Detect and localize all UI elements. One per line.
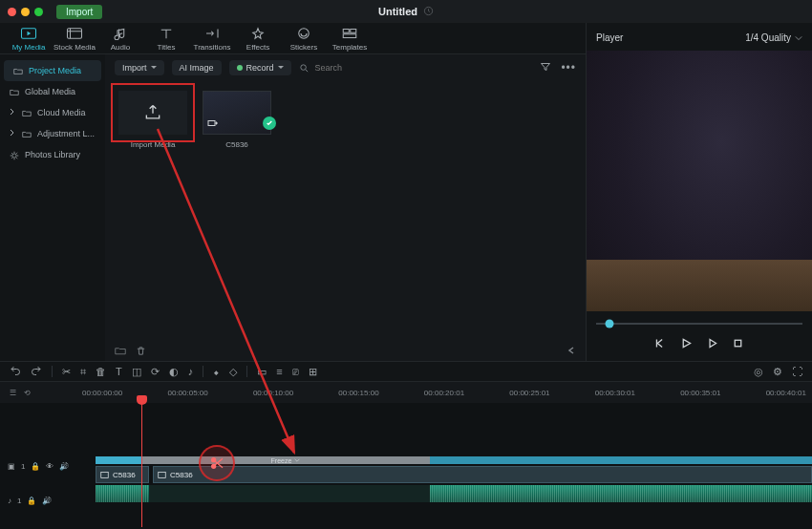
record-dropdown[interactable]: Record (229, 60, 291, 75)
audio-wave-segment[interactable] (430, 485, 812, 502)
split-annotation-icon (199, 445, 235, 481)
track-tool[interactable]: ≡ (276, 366, 282, 377)
sidebar-item-cloud-media[interactable]: Cloud Media (0, 102, 105, 123)
close-window[interactable] (8, 8, 16, 16)
audio-track-header[interactable]: ♪ 1 🔒 🔊 (0, 491, 76, 510)
marker-tool[interactable]: ⬥ (213, 366, 220, 377)
track-lock-icon[interactable]: 🔒 (27, 497, 36, 505)
next-frame-button[interactable] (706, 336, 718, 353)
ruler-tick: 00:00:40:01 (766, 389, 806, 397)
quality-dropdown[interactable]: 1/4 Quality (745, 32, 802, 43)
slider-knob[interactable] (606, 320, 614, 328)
playhead[interactable] (141, 401, 142, 527)
group-tool[interactable]: ▭ (257, 366, 267, 378)
track-lock-icon[interactable]: 🔒 (31, 462, 40, 471)
prev-frame-button[interactable] (654, 336, 667, 353)
keyframe-tool[interactable]: ◇ (229, 366, 237, 378)
import-dropdown[interactable]: Import (115, 60, 164, 75)
import-thumb[interactable] (118, 91, 187, 135)
preview-slider[interactable] (596, 319, 802, 328)
collapse-icon[interactable] (566, 346, 576, 357)
new-folder-icon[interactable] (115, 346, 126, 357)
redo-button[interactable] (31, 365, 42, 378)
sidebar-item-label: Adjustment L... (37, 129, 95, 138)
tab-label: My Media (12, 43, 46, 52)
link-icon[interactable]: ⟲ (24, 389, 31, 397)
freeze-segment[interactable]: Freeze (141, 456, 430, 464)
track-visibility-icon[interactable]: 👁 (46, 462, 53, 471)
folder-icon (22, 130, 32, 138)
audio-track[interactable] (96, 485, 812, 502)
video-track-header[interactable]: ▣ 1 🔒 👁 🔊 (0, 456, 76, 476)
svg-rect-10 (735, 340, 741, 347)
tab-effects[interactable]: Effects (235, 27, 281, 52)
tab-titles[interactable]: Titles (143, 27, 189, 52)
svg-rect-4 (343, 30, 349, 33)
mix-tool[interactable]: ⎚ (292, 366, 299, 377)
settings-button[interactable]: ⚙ (773, 366, 782, 378)
minimize-window[interactable] (21, 8, 30, 16)
sidebar-item-global-media[interactable]: Global Media (0, 81, 105, 102)
timeline-body[interactable]: Freeze C5836 C5836 (76, 403, 812, 527)
chevron-right-icon (10, 129, 15, 138)
svg-point-8 (300, 64, 306, 70)
svg-rect-11 (101, 472, 109, 477)
track-mute-icon[interactable]: 🔊 (42, 497, 52, 505)
add-to-timeline-icon[interactable] (207, 118, 219, 130)
sidebar-item-adjustment-layer[interactable]: Adjustment L... (0, 123, 105, 144)
preview-viewport[interactable] (587, 51, 812, 311)
upload-icon (143, 103, 162, 122)
crop2-tool[interactable]: ◫ (132, 366, 141, 378)
tab-stock-media[interactable]: Stock Media (52, 27, 97, 52)
more-icon[interactable]: ••• (561, 61, 576, 74)
fx-segment-tail[interactable] (430, 456, 812, 464)
sidebar-item-project-media[interactable]: Project Media (4, 60, 101, 81)
history-icon[interactable] (423, 6, 434, 18)
tile-label: C5836 (225, 140, 248, 149)
maximize-window[interactable] (34, 8, 43, 16)
doc-title-text: Untitled (378, 6, 417, 17)
timeline-ruler[interactable]: 00:00:00:00 00:00:05:00 00:00:10:00 00:0… (76, 389, 812, 397)
search-box[interactable] (299, 63, 533, 74)
text-tool[interactable]: T (116, 366, 122, 377)
ruler-tick: 00:00:35:01 (680, 389, 720, 397)
trash-icon[interactable] (136, 346, 146, 358)
media-tile[interactable]: C5836 (203, 91, 271, 149)
snap-icon[interactable]: ☰ (10, 389, 16, 397)
svg-point-3 (299, 29, 310, 39)
zoom-fit-button[interactable]: ◎ (754, 366, 763, 378)
render-tool[interactable]: ⊞ (309, 366, 317, 378)
ai-image-button[interactable]: AI Image (172, 60, 222, 75)
filter-icon[interactable] (540, 61, 551, 75)
stop-button[interactable] (732, 336, 744, 353)
color-tool[interactable]: ◐ (169, 366, 179, 378)
audio-tool[interactable]: ♪ (188, 366, 194, 377)
undo-button[interactable] (10, 365, 21, 378)
crop-tool[interactable]: ⌗ (80, 366, 86, 378)
header-import-button[interactable]: Import (56, 5, 102, 19)
import-media-tile[interactable]: Import Media (118, 91, 187, 149)
expand-button[interactable]: ⛶ (792, 366, 802, 378)
stock-icon (66, 27, 83, 40)
tab-label: Transitions (194, 43, 231, 52)
speed-tool[interactable]: ⟳ (151, 366, 160, 378)
tab-audio[interactable]: Audio (97, 27, 143, 52)
video-clip[interactable]: C5836 (153, 466, 812, 483)
search-input[interactable] (315, 63, 430, 73)
clip-thumb[interactable] (203, 91, 271, 135)
play-button[interactable] (680, 336, 693, 353)
svg-point-7 (12, 154, 16, 158)
window-controls (8, 8, 43, 16)
tab-templates[interactable]: Templates (327, 27, 373, 52)
delete-tool[interactable]: 🗑 (96, 366, 106, 377)
track-mute-icon[interactable]: 🔊 (59, 462, 69, 471)
chevron-right-icon (10, 108, 15, 117)
tab-stickers[interactable]: Stickers (281, 27, 327, 52)
fx-segment-intro[interactable] (96, 456, 141, 464)
pointer-tool[interactable]: ✂ (62, 366, 71, 378)
ruler-tick: 00:00:25:01 (509, 389, 549, 397)
tab-transitions[interactable]: Transitions (189, 27, 235, 52)
sidebar-item-photos-library[interactable]: Photos Library (0, 144, 105, 165)
svg-rect-6 (343, 34, 356, 38)
tab-my-media[interactable]: My Media (6, 27, 52, 52)
